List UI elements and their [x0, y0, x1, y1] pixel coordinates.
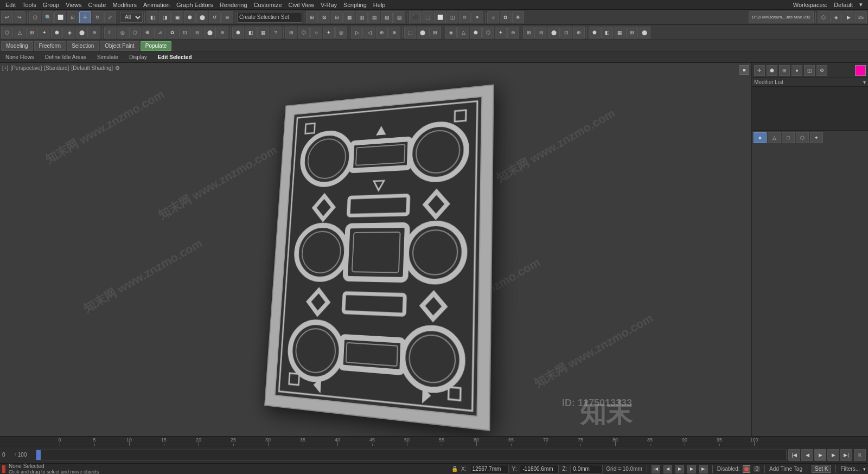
redo-btn[interactable]: ↪ [14, 11, 25, 23]
t2-btn34[interactable]: ⊞ [429, 27, 441, 39]
t2-btn20[interactable]: ◧ [245, 27, 257, 39]
t2-btn27[interactable]: ◎ [335, 27, 347, 39]
t2-btn49[interactable]: ⊞ [626, 27, 638, 39]
t2-btn14[interactable]: ✿ [167, 27, 178, 39]
btn-j[interactable]: ⊟ [331, 11, 343, 23]
anim-prev-frame-btn[interactable]: ◀ [801, 449, 813, 461]
end-btn-2[interactable]: ▶| [699, 465, 708, 473]
btn-m[interactable]: ▤ [368, 11, 380, 23]
t2-btn36[interactable]: △ [457, 27, 469, 39]
btn-x[interactable]: ❋ [512, 11, 524, 23]
tab-object-paint[interactable]: Object Paint [100, 41, 139, 51]
t2-btn37[interactable]: ⬟ [470, 27, 482, 39]
t2-btn24[interactable]: ⬡ [298, 27, 310, 39]
rp-tab-4[interactable]: ✦ [810, 132, 823, 143]
t2-btn38[interactable]: ⬡ [482, 27, 494, 39]
btn-w[interactable]: ✿ [500, 11, 512, 23]
t2-btn33[interactable]: ⬤ [417, 27, 429, 39]
menu-tools[interactable]: Tools [19, 1, 40, 9]
timeline-scrubber[interactable] [36, 450, 787, 460]
t2-btn43[interactable]: ⬤ [548, 27, 560, 39]
menu-graph-editors[interactable]: Graph Editors [173, 1, 216, 9]
t2-btn28[interactable]: ▷ [351, 27, 363, 39]
t2-btn17[interactable]: ⬤ [204, 27, 216, 39]
btn-g[interactable]: ⊕ [221, 11, 233, 23]
t2-btn22[interactable]: ? [270, 27, 282, 39]
add-time-tag-btn[interactable]: Add Time Tag [769, 466, 802, 472]
btn-path[interactable]: D:\ZHM\Docum...3ds Max 202 [749, 11, 814, 23]
btn-r[interactable]: ⬜ [434, 11, 446, 23]
btn-e[interactable]: ⬤ [196, 11, 208, 23]
t2-btn1[interactable]: ⬡ [1, 27, 13, 39]
t2-btn6[interactable]: ◈ [63, 27, 75, 39]
t2-btn45[interactable]: ⊕ [573, 27, 585, 39]
t2-btn19[interactable]: ⬟ [232, 27, 244, 39]
t2-btn16[interactable]: ⊟ [192, 27, 203, 39]
t2-btn41[interactable]: ⊞ [523, 27, 535, 39]
y-coord-field[interactable] [520, 465, 559, 473]
t2-btn50[interactable]: ⬤ [639, 27, 650, 39]
prev-frame-btn-2[interactable]: ◀ [663, 465, 672, 473]
t2-btn40[interactable]: ⊕ [507, 27, 519, 39]
select-by-name-btn[interactable]: 🔍 [42, 11, 54, 23]
modifier-list-dropdown-icon[interactable]: ▾ [863, 79, 866, 85]
disabled-toggle[interactable] [743, 465, 750, 473]
workspace-value[interactable]: Default [831, 1, 856, 9]
t2-btn23[interactable]: ⊞ [285, 27, 297, 39]
t2-btn39[interactable]: ✦ [495, 27, 507, 39]
t2-btn26[interactable]: ✦ [323, 27, 335, 39]
subtab-simulate[interactable]: Simulate [93, 53, 123, 62]
z-coord-field[interactable] [570, 465, 603, 473]
rotate-btn[interactable]: ↻ [92, 11, 104, 23]
btn-ad[interactable]: 25 [855, 11, 867, 23]
btn-o[interactable]: ▨ [393, 11, 405, 23]
anim-next-frame-btn[interactable]: ▶ [827, 449, 839, 461]
rp-tab-0[interactable]: ■ [754, 132, 767, 143]
set-k-btn[interactable]: Set K [812, 465, 831, 473]
menu-modifiers[interactable]: Modifiers [109, 1, 140, 9]
t2-btn42[interactable]: ⊟ [535, 27, 547, 39]
t2-btn11[interactable]: ⬡ [129, 27, 141, 39]
t2-btn48[interactable]: ▦ [614, 27, 626, 39]
t2-btn13[interactable]: ⊿ [154, 27, 166, 39]
t2-btn32[interactable]: ⬚ [404, 27, 416, 39]
btn-t[interactable]: ⧈ [459, 11, 471, 23]
t2-btn7[interactable]: ⬤ [76, 27, 88, 39]
x-coord-field[interactable] [470, 465, 509, 473]
btn-ab[interactable]: ◈ [830, 11, 842, 23]
tab-modeling[interactable]: Modeling [1, 41, 33, 51]
tab-selection[interactable]: Selection [67, 41, 99, 51]
rp-tab-3[interactable]: ⬡ [796, 132, 809, 143]
btn-ac[interactable]: ▶ [843, 11, 854, 23]
rp-color-swatch[interactable] [855, 65, 866, 76]
viewport-settings-icon[interactable]: ⚙ [115, 65, 120, 71]
next-frame-btn-2[interactable]: ▶ [687, 465, 696, 473]
t2-btn21[interactable]: ▦ [257, 27, 269, 39]
btn-v[interactable]: ☼ [487, 11, 499, 23]
btn-h[interactable]: ⊞ [306, 11, 318, 23]
play-btn-3[interactable]: ▶ [675, 465, 684, 473]
menu-civil-view[interactable]: Civil View [285, 1, 317, 9]
rp-select-btn[interactable]: ⬟ [767, 65, 777, 76]
t2-btn10[interactable]: ◎ [117, 27, 129, 39]
subtab-define-idle-areas[interactable]: Define Idle Areas [41, 53, 91, 62]
scale-btn[interactable]: ⤢ [104, 11, 116, 23]
workspace-dropdown-icon[interactable]: ▾ [856, 1, 866, 9]
t2-btn47[interactable]: ◧ [601, 27, 613, 39]
viewport-standard[interactable]: [Standard] [44, 65, 69, 71]
rp-motion-btn[interactable]: ● [792, 65, 802, 76]
subtab-edit-selected[interactable]: Edit Selected [154, 53, 196, 62]
rp-create-btn[interactable]: ✛ [754, 65, 765, 76]
menu-rendering[interactable]: Rendering [216, 1, 251, 9]
create-selection-set-input[interactable] [237, 12, 302, 23]
t2-btn18[interactable]: ⊕ [216, 27, 228, 39]
window-crossing-btn[interactable]: ⊡ [67, 11, 79, 23]
menu-animation[interactable]: Animation [140, 1, 173, 9]
menu-group[interactable]: Group [40, 1, 63, 9]
t2-btn8[interactable]: ⊕ [88, 27, 100, 39]
filters-btn[interactable]: Filters... [840, 466, 860, 472]
menu-views[interactable]: Views [62, 1, 85, 9]
menu-help[interactable]: Help [370, 1, 389, 9]
filter-dropdown[interactable]: All [120, 12, 143, 23]
t2-btn30[interactable]: ⊕ [376, 27, 388, 39]
